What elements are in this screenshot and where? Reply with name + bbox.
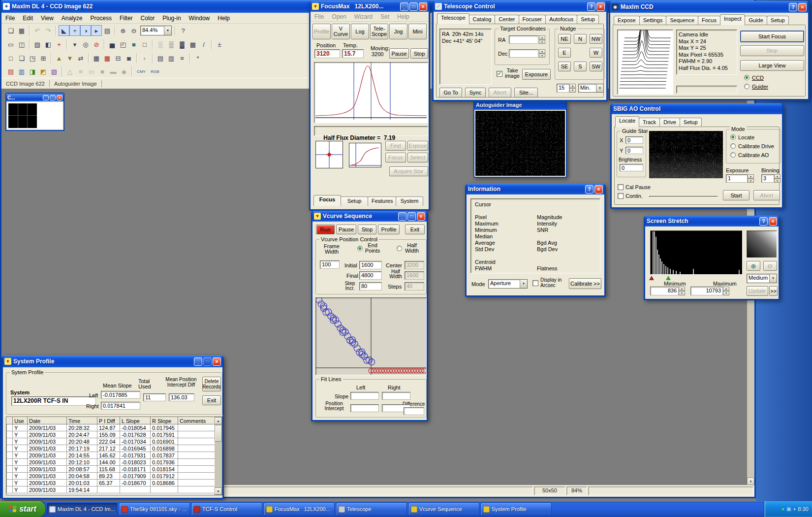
quick-stretch-icon[interactable]: ◣ <box>59 25 69 36</box>
slope-right-field[interactable] <box>382 392 410 400</box>
batch-process-icon[interactable]: * <box>192 53 203 64</box>
zoom-in-icon[interactable]: ⊕ <box>118 25 128 36</box>
menu-color[interactable]: Color <box>137 13 159 23</box>
child-maximize-button[interactable]: □ <box>50 95 56 100</box>
menu-set[interactable]: Set <box>376 12 393 22</box>
task-button-system-profile[interactable]: System Profile <box>481 503 552 516</box>
night-mode-icon[interactable]: ◑ <box>80 25 91 36</box>
table-row[interactable]: Y2009/11/0320:24:47155.09-0.0176280.0175… <box>7 431 216 438</box>
table-row[interactable]: Y2009/11/0320:01:0365.37-0.0186700.01868… <box>7 480 216 486</box>
context-help-icon[interactable]: ? <box>178 25 188 36</box>
y-field[interactable]: 0 <box>625 147 643 154</box>
table-row[interactable]: Y2009/11/0320:14:55145.62-0.0179310.0178… <box>7 452 216 459</box>
focusmax-minimize-button[interactable]: _ <box>400 2 408 11</box>
child-close-button[interactable]: × <box>57 95 62 100</box>
minimum-value-field[interactable]: 836 <box>650 287 679 295</box>
crosshair-mode-icon[interactable]: + <box>69 25 80 36</box>
ccd-radio[interactable] <box>744 75 750 80</box>
start-button[interactable]: start <box>0 501 45 517</box>
nudge-unit-dropdown[interactable]: Min.▼ <box>578 84 604 93</box>
histogram-icon[interactable]: ▅ <box>107 39 118 50</box>
start-focus-button[interactable]: Start Focus <box>740 31 804 42</box>
dither-2-icon[interactable]: ▒ <box>166 39 177 50</box>
focusmax-titlebar[interactable]: ▼ FocusMax 12LX200... _ □ × <box>311 1 429 12</box>
sbig-binning-field[interactable]: 3 <box>761 174 774 183</box>
sp-col-pidiff[interactable]: P I Diff <box>97 418 120 424</box>
import-icon[interactable]: ▲ <box>54 53 64 64</box>
position-intercept-left-field[interactable] <box>350 404 379 412</box>
tray-status-icon[interactable]: ● <box>781 506 784 512</box>
dither-4-icon[interactable]: ▩ <box>187 39 198 50</box>
tab-setup[interactable]: Setup <box>577 15 599 24</box>
tab-guide[interactable]: Guide <box>745 16 767 25</box>
vcurve-close-button[interactable]: × <box>417 212 425 221</box>
vcurve-minimize-button[interactable]: _ <box>398 212 406 221</box>
difference-field[interactable] <box>404 407 424 415</box>
telescope-titlebar[interactable]: ∕ Telescope Control ? × <box>434 1 606 12</box>
table-row[interactable]: Y2009/11/0320:17:19217.12-0.0169450.0168… <box>7 445 216 452</box>
print-preview-icon[interactable]: ▤ <box>155 53 166 64</box>
open-file-icon[interactable]: ❏ <box>5 25 16 36</box>
menu-open[interactable]: Open <box>328 12 350 22</box>
tab-settings[interactable]: Settings <box>639 16 667 25</box>
tab-expose[interactable]: Expose <box>614 16 640 25</box>
focusmax-maximize-button[interactable]: □ <box>409 2 418 11</box>
sbig-exposure-field[interactable]: 1 <box>726 174 748 183</box>
tab-features[interactable]: Features <box>368 196 396 206</box>
information-help-button[interactable]: ? <box>585 185 593 194</box>
sp-col-comments[interactable]: Comments <box>178 418 216 424</box>
cal-pause-checkbox[interactable] <box>618 184 624 190</box>
minimum-spinner[interactable]: ▲▼ <box>679 287 685 295</box>
maxim-ccd-help-button[interactable]: ? <box>789 3 797 11</box>
table-row[interactable]: Y2009/11/0320:20:48222.04-0.0170340.0169… <box>7 438 216 445</box>
maximum-marker[interactable] <box>666 276 671 280</box>
open-sequence-icon[interactable]: ◳ <box>27 53 38 64</box>
sbig-exposure-spinner[interactable]: ▲▼ <box>748 174 754 183</box>
initial-field[interactable]: 1600 <box>359 261 382 269</box>
telescope-close-button[interactable]: × <box>596 2 605 11</box>
save-all-icon[interactable]: ⊟ <box>113 53 124 64</box>
add-marker-icon[interactable]: + <box>54 39 64 50</box>
sp-col-time[interactable]: Time <box>67 418 97 424</box>
total-used-field[interactable]: 11 <box>143 393 166 401</box>
dec-input[interactable] <box>509 49 538 58</box>
tray-display-icon[interactable]: ▣ <box>786 506 791 512</box>
vcurve-profile-button[interactable]: Profile <box>378 225 400 234</box>
new-icon[interactable]: □ <box>5 53 16 64</box>
tab-locate[interactable]: Locate <box>615 116 639 127</box>
x-field[interactable]: 0 <box>625 136 643 144</box>
jog-button[interactable]: Jog <box>389 24 407 39</box>
copy-icon[interactable]: ◧ <box>43 39 54 50</box>
rgb-icon[interactable]: RGB <box>148 66 162 77</box>
sync-button[interactable]: Sync <box>465 88 486 97</box>
task-button-thesky-091101-sky[interactable]: TheSky 091101.sky - ... <box>119 503 190 516</box>
menu-window[interactable]: Window <box>185 13 214 23</box>
calibrate-button[interactable]: Calibrate >> <box>569 278 601 289</box>
focusmax-pause-button[interactable]: Pause <box>389 48 409 59</box>
tab-autofocus[interactable]: Autofocus <box>545 15 577 24</box>
nudge-s-button[interactable]: S <box>574 62 587 71</box>
system-profile-minimize-button[interactable]: _ <box>194 357 202 366</box>
large-view-button[interactable]: Large View <box>740 60 804 71</box>
contin-checkbox[interactable] <box>618 193 624 199</box>
calibrate-drive-radio[interactable] <box>730 143 736 149</box>
color-split-icon[interactable]: ◨ <box>27 66 38 77</box>
screen-stretch-help-button[interactable]: ? <box>759 217 768 226</box>
aperture-icon[interactable]: ◎ <box>80 39 91 50</box>
sbig-binning-spinner[interactable]: ▲▼ <box>774 174 781 183</box>
half-width-radio[interactable] <box>397 246 402 251</box>
tab-drive[interactable]: Drive <box>659 118 680 127</box>
system-profile-titlebar[interactable]: ▼ System Profile _ □ × <box>3 355 222 367</box>
task-button-focusmax-12lx200[interactable]: FocusMax 12LX200... <box>264 503 335 516</box>
tab-catalog[interactable]: Catalog <box>469 15 496 24</box>
telescope-button[interactable]: Tele- Scope <box>370 24 388 39</box>
maxim-ccd-titlebar[interactable]: ◉ MaxIm CCD ? × <box>610 1 808 13</box>
left-slope-field[interactable]: -0.017885 <box>101 391 140 399</box>
doc-tab-ccd-image[interactable]: CCD Image 622 <box>1 81 49 87</box>
zoom-level-combo[interactable]: 84.4%▼ <box>140 26 172 35</box>
system-profile-close-button[interactable]: × <box>213 357 221 366</box>
menu-edit[interactable]: Edit <box>19 13 37 23</box>
v-curve-button[interactable]: V Curve <box>332 24 350 39</box>
nudge-e-button[interactable]: E <box>558 48 571 58</box>
menu-analyze[interactable]: Analyze <box>58 13 87 23</box>
